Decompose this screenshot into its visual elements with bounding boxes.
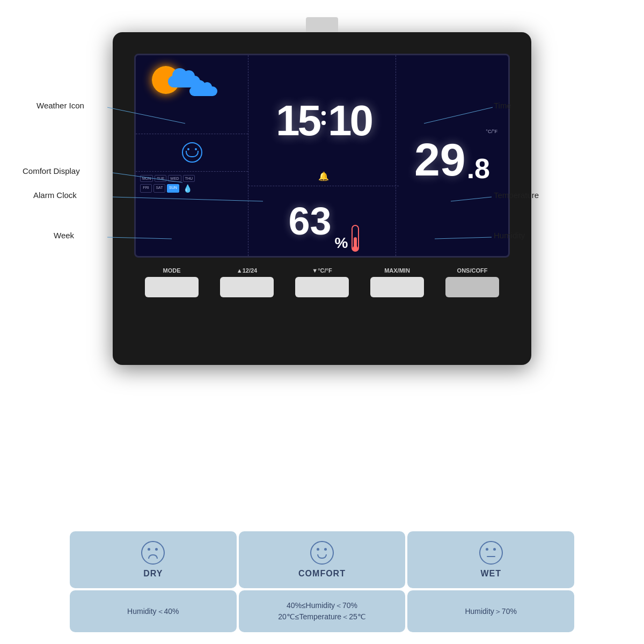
water-drops-icon: 💧 bbox=[183, 184, 192, 193]
info-grid: DRY COMFORT WET Humidity＜40% 40%≤Humidit… bbox=[70, 531, 574, 632]
day-sun: SUN bbox=[167, 184, 179, 193]
dry-label: DRY bbox=[143, 569, 163, 579]
mode-button[interactable] bbox=[145, 277, 199, 297]
week-row-1: MON TUE WED THU bbox=[140, 175, 244, 182]
lcd-screen: MON TUE WED THU FRI SAT SUN 💧 15 bbox=[134, 54, 510, 258]
dry-face-cell: DRY bbox=[70, 531, 237, 588]
wet-label: WET bbox=[480, 569, 501, 579]
wet-face-cell: WET bbox=[407, 531, 574, 588]
thermo-fill bbox=[354, 237, 357, 251]
week-row-2: FRI SAT SUN 💧 bbox=[140, 184, 244, 193]
temp-decimal: .8 bbox=[467, 155, 490, 182]
temp-integer: 29 bbox=[414, 136, 466, 182]
comfort-face-eyes bbox=[317, 548, 319, 551]
btn-group-onoff: ONS/COFF bbox=[445, 267, 499, 297]
time-colon bbox=[321, 111, 326, 130]
dry-face-eyes bbox=[148, 548, 150, 551]
max-min-button[interactable] bbox=[370, 277, 424, 297]
colon-dot-top bbox=[321, 111, 326, 115]
btn-group-1224: ▲12/24 bbox=[220, 267, 274, 297]
dry-face-icon bbox=[141, 541, 165, 565]
btn-maxmin-label: MAX/MIN bbox=[384, 267, 410, 274]
dry-condition-cell: Humidity＜40% bbox=[70, 590, 237, 632]
annotation-time: Time bbox=[494, 101, 511, 110]
comfort-face-cell: COMFORT bbox=[239, 531, 406, 588]
temp-display: 29 .8 bbox=[414, 136, 490, 182]
day-sat: SAT bbox=[153, 184, 165, 193]
btn-1224-label: ▲12/24 bbox=[237, 267, 257, 274]
temp-unit-label: °C/°F bbox=[486, 129, 497, 134]
btn-group-maxmin: MAX/MIN bbox=[370, 267, 424, 297]
wet-face-eyes bbox=[486, 548, 488, 551]
temp-unit-button[interactable] bbox=[295, 277, 349, 297]
time-digits: 15 10 bbox=[276, 99, 371, 142]
time-display: 15 10 🔔 bbox=[248, 55, 399, 186]
btn-mode-label: MODE bbox=[163, 267, 181, 274]
btn-group-mode: MODE bbox=[145, 267, 199, 297]
dry-condition: Humidity＜40% bbox=[127, 606, 179, 617]
on-off-button[interactable] bbox=[445, 277, 499, 297]
day-tue: TUE bbox=[155, 175, 166, 182]
device-shell: MON TUE WED THU FRI SAT SUN 💧 15 bbox=[113, 32, 531, 365]
annotation-alarm-clock: Alarm Clock bbox=[33, 191, 77, 200]
cloud-icon-2 bbox=[189, 86, 217, 96]
day-wed: WED bbox=[168, 175, 181, 182]
day-mon: MON bbox=[140, 175, 153, 182]
comfort-display-section bbox=[136, 134, 248, 172]
weather-section bbox=[136, 55, 248, 134]
time-minutes: 10 bbox=[328, 99, 371, 142]
comfort-smiley-icon bbox=[182, 142, 202, 163]
comfort-condition: 40%≤Humidity＜70%20℃≤Temperature＜25℃ bbox=[278, 600, 365, 623]
smiley-eyes bbox=[187, 148, 189, 150]
wet-face-mouth bbox=[487, 556, 495, 557]
wet-condition-cell: Humidity＞70% bbox=[407, 590, 574, 632]
btn-group-tempunit: ▼°C/°F bbox=[295, 267, 349, 297]
comfort-face-icon bbox=[310, 541, 334, 565]
usb-plug bbox=[306, 17, 338, 32]
lcd-middle-panel: 15 10 🔔 63 % bbox=[248, 55, 399, 256]
button-row: MODE ▲12/24 ▼°C/°F MAX/MIN ONS/COFF bbox=[134, 267, 510, 297]
day-thu: THU bbox=[183, 175, 195, 182]
comfort-face-mouth bbox=[317, 554, 327, 559]
annotation-humidity: Humidity bbox=[494, 231, 525, 240]
annotation-week: Week bbox=[54, 231, 74, 240]
comfort-condition-cell: 40%≤Humidity＜70%20℃≤Temperature＜25℃ bbox=[239, 590, 406, 632]
humidity-value: 63 bbox=[289, 202, 332, 240]
week-section: MON TUE WED THU FRI SAT SUN 💧 bbox=[136, 172, 248, 257]
btn-tempunit-label: ▼°C/°F bbox=[312, 267, 332, 274]
wet-face-icon bbox=[479, 541, 503, 565]
wet-condition: Humidity＞70% bbox=[465, 606, 516, 617]
humidity-display: 63 % bbox=[248, 186, 399, 256]
annotation-temperature: Temperature bbox=[494, 191, 539, 200]
humidity-unit: % bbox=[335, 235, 348, 256]
time-hours: 15 bbox=[276, 99, 319, 142]
day-fri: FRI bbox=[140, 184, 152, 193]
dry-face-mouth bbox=[148, 554, 158, 559]
annotation-comfort-display: Comfort Display bbox=[23, 166, 80, 175]
lcd-right-panel: °C/°F 29 .8 bbox=[396, 55, 508, 256]
alarm-icon: 🔔 bbox=[318, 171, 329, 181]
annotation-weather-icon: Weather Icon bbox=[36, 101, 84, 110]
thermometer-icon bbox=[352, 225, 359, 252]
time-12-24-button[interactable] bbox=[220, 277, 274, 297]
colon-dot-bottom bbox=[321, 121, 326, 125]
btn-onoff-label: ONS/COFF bbox=[457, 267, 488, 274]
comfort-label: COMFORT bbox=[298, 569, 346, 579]
lcd-left-panel: MON TUE WED THU FRI SAT SUN 💧 bbox=[136, 55, 248, 256]
